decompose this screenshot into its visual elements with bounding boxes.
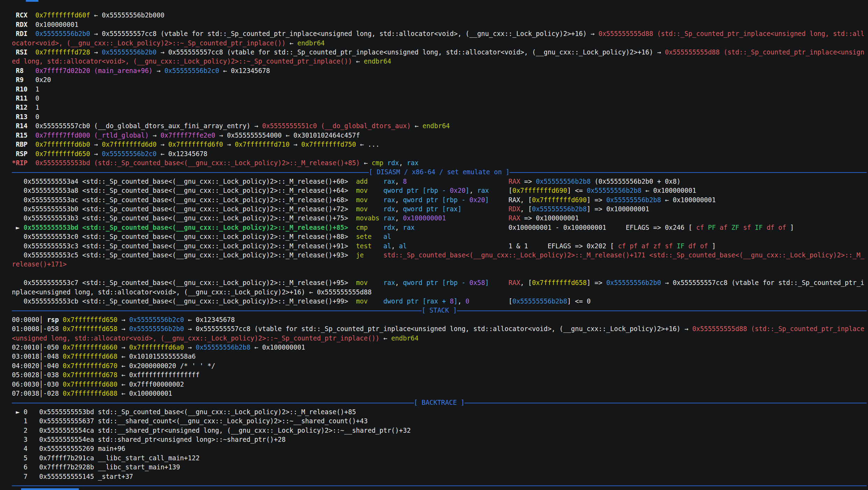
disasm-insn-68: 0x5555555553ac <std::_Sp_counted_base<(_… <box>12 196 867 205</box>
reg-r11: R11 0 <box>12 94 867 103</box>
stack-04: 04:0020│-040 0x7fffffffd670 ← 0x20000000… <box>12 361 867 371</box>
backtrace-frame-6: 6 0x7ffff7b2928b __libc_start_main+139 <box>12 463 867 472</box>
stack-05: 05:0028│-038 0x7fffffffd678 ← 0xffffffff… <box>12 371 867 380</box>
section-title: [ BACKTRACE ] <box>414 398 465 407</box>
blank-disasm-gap <box>12 269 867 278</box>
backtrace-frame-4: 4 0x555555555269 main+96 <box>12 444 867 453</box>
rule-line <box>12 485 867 486</box>
backtrace-frame-0: ► 0 0x5555555553bd std::_Sp_counted_base… <box>12 408 867 417</box>
bottom-blue-bar <box>21 488 79 490</box>
disasm-insn-85-current: ► 0x5555555553bd <std::_Sp_counted_base<… <box>12 223 867 232</box>
bottom-rule <box>12 481 867 490</box>
rule-line <box>12 172 369 173</box>
backtrace-frame-2: 2 0x5555555554ca std::__shared_ptr<unsig… <box>12 426 867 435</box>
rule-line <box>465 403 867 403</box>
terminal[interactable]: RCX 0x7fffffffd60f ← 0x55555556b2b000 RD… <box>0 0 868 490</box>
blank-top <box>12 2 867 11</box>
disasm-insn-72: 0x5555555553b0 <std::_Sp_counted_base<(_… <box>12 205 867 214</box>
reg-r14: R14 0x555555557cb0 (__do_global_dtors_au… <box>12 122 867 131</box>
disasm-insn-93: 0x5555555553c5 <std::_Sp_counted_base<(_… <box>12 251 867 269</box>
stack-header: [ STACK ] <box>12 306 867 315</box>
rule-line <box>12 403 414 403</box>
disasm-insn-99: 0x5555555553cb <std::_Sp_counted_base<(_… <box>12 297 867 306</box>
backtrace-frame-5: 5 0x7ffff7b291ca __libc_start_call_main+… <box>12 454 867 463</box>
reg-r9: R9 0x20 <box>12 75 867 85</box>
stack-02: 02:0010│-050 0x7fffffffd660 → 0x7fffffff… <box>12 343 867 352</box>
reg-rcx: RCX 0x7fffffffd60f ← 0x55555556b2b000 <box>12 11 867 20</box>
rule-line <box>12 310 422 311</box>
reg-r15: R15 0x7ffff7ffd000 (_rtld_global) → 0x7f… <box>12 131 867 140</box>
stack-03: 03:0018│-048 0x7fffffffd668 ← 0x10101555… <box>12 352 867 361</box>
reg-r10: R10 1 <box>12 85 867 94</box>
disasm-insn-75: 0x5555555553b3 <std::_Sp_counted_base<(_… <box>12 214 867 223</box>
reg-r12: R12 1 <box>12 103 867 112</box>
terminal-output: RCX 0x7fffffffd60f ← 0x55555556b2b000 RD… <box>12 2 867 490</box>
rule-line <box>457 310 867 311</box>
reg-rbp: RBP 0x7fffffffd6b0 → 0x7fffffffd6d0 → 0x… <box>12 140 867 149</box>
backtrace-header: [ BACKTRACE ] <box>12 398 867 407</box>
rule-line <box>510 172 867 173</box>
backtrace-frame-3: 3 0x5555555554ea std::shared_ptr<unsigne… <box>12 435 867 444</box>
disasm-insn-64: 0x5555555553a8 <std::_Sp_counted_base<(_… <box>12 186 867 195</box>
backtrace-frame-1: 1 0x555555555637 std::__shared_count<(__… <box>12 417 867 426</box>
backtrace-frame-7: 7 0x555555555145 _start+37 <box>12 472 867 481</box>
reg-rsp: RSP 0x7fffffffd650 → 0x55555556b2c0 ← 0x… <box>12 149 867 159</box>
disasm-insn-91: 0x5555555553c3 <std::_Sp_counted_base<(_… <box>12 242 867 251</box>
stack-07: 07:0038│-028 0x7fffffffd688 ← 0x10000000… <box>12 389 867 398</box>
stack-06: 06:0030│-030 0x7fffffffd680 ← 0x7fff0000… <box>12 380 867 389</box>
disasm-header: [ DISASM / x86-64 / set emulate on ] <box>12 168 867 177</box>
reg-rdx: RDX 0x100000001 <box>12 20 867 29</box>
stack-00: 00:0000│ rsp 0x7fffffffd650 → 0x55555556… <box>12 315 867 324</box>
stack-01: 01:0008│-058 0x7fffffffd658 → 0x55555556… <box>12 324 867 343</box>
disasm-insn-88: 0x5555555553c0 <std::_Sp_counted_base<(_… <box>12 232 867 241</box>
section-title: [ STACK ] <box>422 306 457 315</box>
reg-rdi: RDI 0x55555556b2b0 → 0x555555557cc8 (vta… <box>12 29 867 48</box>
reg-r13: R13 0 <box>12 112 867 122</box>
reg-rsi: RSI 0x7fffffffd728 → 0x55555556b2b0 → 0x… <box>12 48 867 66</box>
scroll-indicator <box>26 0 38 2</box>
reg-rip: *RIP 0x5555555553bd (std::_Sp_counted_ba… <box>12 159 867 168</box>
disasm-insn-60: 0x5555555553a4 <std::_Sp_counted_base<(_… <box>12 177 867 186</box>
reg-r8: R8 0x7ffff7d02b20 (main_arena+96) → 0x55… <box>12 66 867 75</box>
disasm-insn-95: 0x5555555553c7 <std::_Sp_counted_base<(_… <box>12 278 867 297</box>
section-title: [ DISASM / x86-64 / set emulate on ] <box>369 168 510 177</box>
